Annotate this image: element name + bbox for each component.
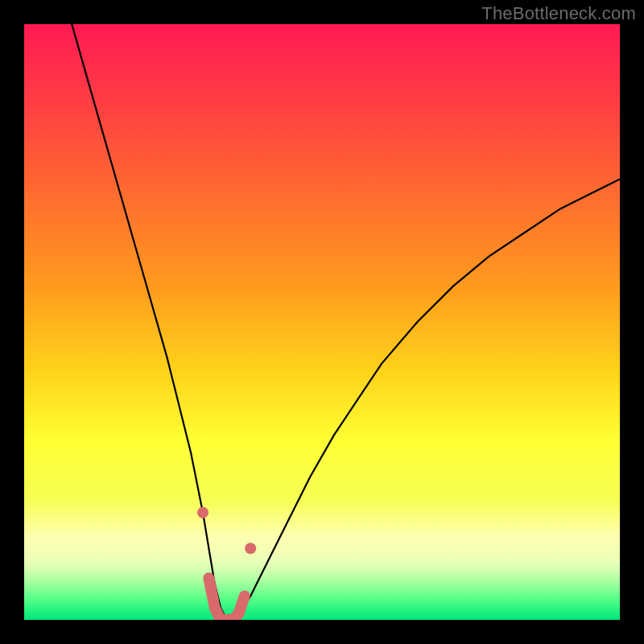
watermark-text: TheBottleneck.com <box>481 3 636 24</box>
plot-area <box>24 24 620 620</box>
bottleneck-chart <box>24 24 620 620</box>
chart-frame: TheBottleneck.com <box>0 0 644 644</box>
marker-dot <box>245 543 256 554</box>
gradient-background <box>24 24 620 620</box>
marker-dot <box>197 507 208 518</box>
